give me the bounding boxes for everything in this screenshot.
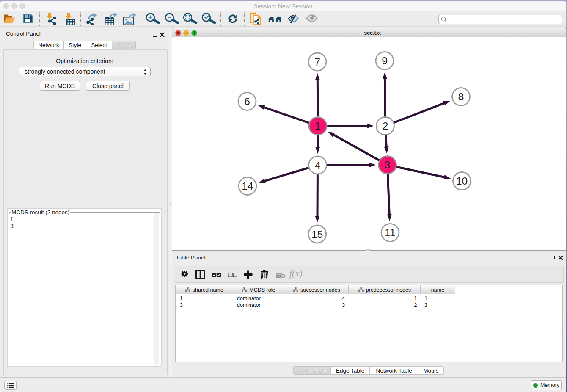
svg-text:3: 3 [385,159,391,171]
svg-text:11: 11 [385,227,395,238]
svg-text:15: 15 [311,229,323,240]
svg-text:4: 4 [315,160,321,171]
svg-text:10: 10 [456,175,468,187]
svg-text:1: 1 [315,120,321,132]
svg-text:2: 2 [383,120,388,132]
svg-text:6: 6 [244,96,250,107]
svg-text:8: 8 [458,91,464,102]
svg-text:9: 9 [382,55,388,66]
svg-text:7: 7 [314,56,320,68]
svg-text:14: 14 [242,180,253,192]
